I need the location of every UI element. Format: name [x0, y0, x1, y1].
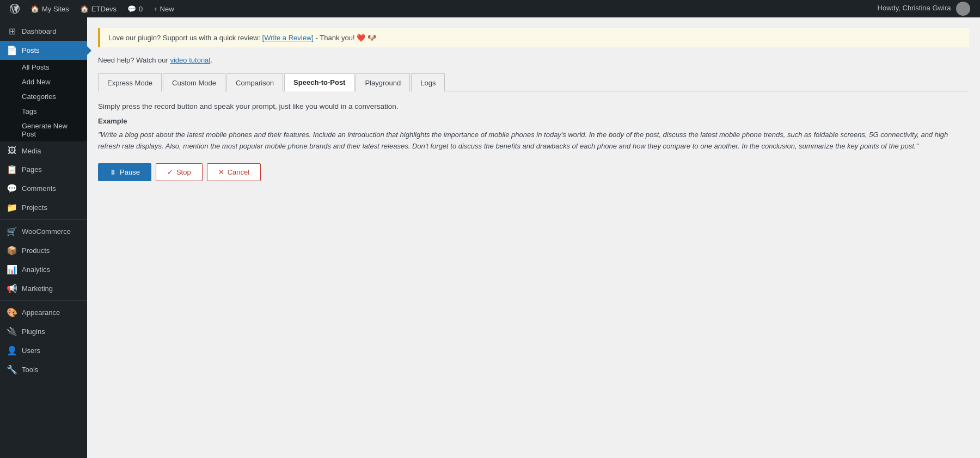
avatar — [956, 2, 970, 16]
cancel-button[interactable]: ✕ Cancel — [207, 163, 261, 181]
sidebar-item-marketing[interactable]: 📢 Marketing — [0, 279, 87, 298]
cancel-icon: ✕ — [218, 168, 224, 176]
users-icon: 👤 — [7, 345, 17, 356]
stop-icon: ✓ — [167, 168, 173, 176]
appearance-icon: 🎨 — [7, 307, 17, 318]
sidebar-item-plugins[interactable]: 🔌 Plugins — [0, 322, 87, 341]
sidebar-item-label: Analytics — [22, 265, 50, 274]
products-icon: 📦 — [7, 245, 17, 256]
sidebar-item-comments[interactable]: 💬 Comments — [0, 179, 87, 198]
tab-custom-mode[interactable]: Custom Mode — [163, 73, 225, 91]
stop-button[interactable]: ✓ Stop — [156, 163, 203, 181]
sidebar-item-label: Users — [22, 346, 40, 355]
tab-content-speech-to-post: Simply press the record button and speak… — [98, 102, 969, 181]
sidebar: ⊞ Dashboard 📄 Posts All Posts Add New Ca… — [0, 17, 87, 458]
marketing-icon: 📢 — [7, 283, 17, 294]
sidebar-item-label: Posts — [22, 46, 40, 54]
pause-label: Pause — [120, 168, 140, 176]
posts-submenu: All Posts Add New Categories Tags Genera… — [0, 60, 87, 141]
wp-logo[interactable] — [4, 0, 25, 17]
sidebar-item-dashboard[interactable]: ⊞ Dashboard — [0, 22, 87, 41]
sidebar-item-users[interactable]: 👤 Users — [0, 341, 87, 360]
sidebar-item-label: Plugins — [22, 327, 45, 336]
tab-comparison[interactable]: Comparison — [226, 73, 283, 91]
sidebar-item-analytics[interactable]: 📊 Analytics — [0, 260, 87, 279]
sidebar-subitem-generate-new-post[interactable]: Generate New Post — [0, 119, 87, 141]
main-content: Love our plugin? Support us with a quick… — [87, 17, 980, 458]
tab-express-mode[interactable]: Express Mode — [98, 73, 162, 91]
admin-bar: 🏠 My Sites 🏠 ETDevs 💬 0 + New Howdy, Chr… — [0, 0, 980, 17]
tabs-container: Express Mode Custom Mode Comparison Spee… — [98, 73, 969, 91]
projects-icon: 📁 — [7, 202, 17, 213]
tab-speech-to-post[interactable]: Speech-to-Post — [284, 73, 354, 91]
analytics-icon: 📊 — [7, 264, 17, 275]
site-name[interactable]: 🏠 ETDevs — [75, 0, 122, 17]
sidebar-item-appearance[interactable]: 🎨 Appearance — [0, 303, 87, 322]
video-tutorial-link[interactable]: video tutorial — [170, 56, 210, 64]
sidebar-item-label: Media — [22, 147, 41, 155]
notice-banner: Love our plugin? Support us with a quick… — [98, 28, 969, 47]
sidebar-item-label: WooCommerce — [22, 227, 71, 236]
sidebar-item-label: Tools — [22, 366, 38, 374]
sidebar-item-woocommerce[interactable]: 🛒 WooCommerce — [0, 222, 87, 241]
pause-button[interactable]: ⏸ Pause — [98, 163, 151, 181]
sidebar-subitem-all-posts[interactable]: All Posts — [0, 60, 87, 75]
sidebar-item-projects[interactable]: 📁 Projects — [0, 198, 87, 217]
pause-icon: ⏸ — [109, 168, 117, 176]
sidebar-item-label: Appearance — [22, 308, 60, 317]
write-review-link[interactable]: [Write a Review] — [262, 34, 314, 42]
tools-icon: 🔧 — [7, 364, 17, 375]
cancel-label: Cancel — [228, 168, 249, 176]
tab-playground[interactable]: Playground — [356, 73, 410, 91]
sidebar-item-label: Comments — [22, 184, 56, 193]
example-text: "Write a blog post about the latest mobi… — [98, 129, 969, 152]
comments-link[interactable]: 💬 0 — [122, 0, 148, 17]
sidebar-subitem-categories[interactable]: Categories — [0, 89, 87, 104]
sidebar-subitem-add-new[interactable]: Add New — [0, 75, 87, 89]
sidebar-item-label: Products — [22, 246, 50, 255]
my-sites-menu[interactable]: 🏠 My Sites — [25, 0, 75, 17]
sidebar-item-tools[interactable]: 🔧 Tools — [0, 360, 87, 379]
stop-label: Stop — [176, 168, 191, 176]
user-greeting: Howdy, Christina Gwira — [872, 2, 976, 16]
dashboard-icon: ⊞ — [7, 26, 17, 36]
example-label: Example — [98, 117, 969, 125]
action-buttons: ⏸ Pause ✓ Stop ✕ Cancel — [98, 163, 969, 181]
pages-icon: 📋 — [7, 164, 17, 175]
tab-description: Simply press the record button and speak… — [98, 102, 969, 110]
new-content[interactable]: + New — [148, 0, 179, 17]
sidebar-item-products[interactable]: 📦 Products — [0, 241, 87, 260]
comments-sidebar-icon: 💬 — [7, 183, 17, 194]
my-sites-icon: 🏠 — [30, 5, 39, 13]
sidebar-item-label: Pages — [22, 165, 42, 174]
posts-icon: 📄 — [7, 45, 17, 55]
comments-icon: 💬 — [127, 5, 136, 13]
tab-logs[interactable]: Logs — [411, 73, 445, 91]
help-text: Need help? Watch our video tutorial. — [98, 56, 969, 64]
sidebar-subitem-tags[interactable]: Tags — [0, 104, 87, 119]
sidebar-item-media[interactable]: 🖼 Media — [0, 141, 87, 160]
sidebar-item-posts[interactable]: 📄 Posts — [0, 41, 87, 60]
my-sites-label: My Sites — [42, 5, 69, 13]
sidebar-item-pages[interactable]: 📋 Pages — [0, 160, 87, 179]
plugins-icon: 🔌 — [7, 326, 17, 337]
site-icon: 🏠 — [80, 5, 89, 13]
sidebar-item-label: Dashboard — [22, 27, 57, 35]
sidebar-item-label: Marketing — [22, 284, 53, 293]
sidebar-item-label: Projects — [22, 203, 47, 212]
media-icon: 🖼 — [7, 146, 17, 156]
woocommerce-icon: 🛒 — [7, 226, 17, 237]
